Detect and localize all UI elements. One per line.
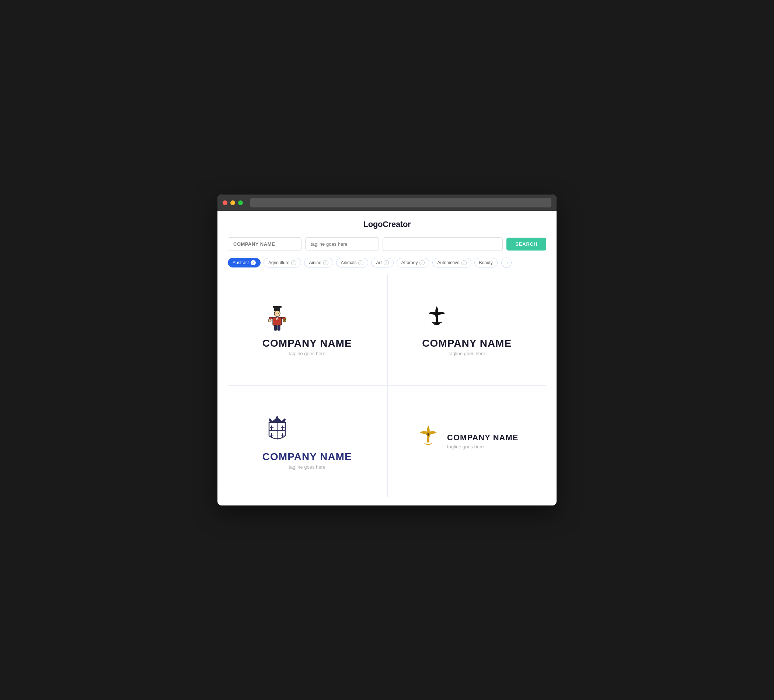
svg-rect-14 [274,325,277,330]
svg-rect-15 [278,325,280,330]
category-pill-automotive[interactable]: Automotive ✓ [432,258,471,267]
fleur-gold-icon [415,424,441,454]
svg-rect-8 [269,317,273,319]
svg-point-2 [274,310,280,317]
fleur-dark-icon [422,303,511,333]
minimize-button[interactable] [230,200,235,205]
svg-point-20 [283,419,286,421]
svg-point-4 [278,312,279,313]
next-categories-button[interactable]: → [501,258,511,268]
tagline-input[interactable] [305,237,379,251]
app-header: LogoCreator [228,220,546,229]
logo-card-inner-2: COMPANY NAME tagline goes here [422,303,511,357]
company-name-input[interactable] [228,237,301,251]
category-pill-beauty[interactable]: Beauty [475,258,498,267]
category-label: Art [376,260,382,265]
svg-rect-33 [427,438,429,442]
check-icon-automotive: ✓ [461,260,466,265]
logo-card-2[interactable]: COMPANY NAME tagline goes here [388,274,547,385]
app-title: LogoCreator [364,220,411,229]
logo-3-company-name: COMPANY NAME [263,451,352,463]
logo-1-tagline: tagline goes here [263,351,352,356]
svg-point-19 [276,416,278,419]
svg-rect-0 [273,306,281,308]
attorney-figure-icon [263,303,352,333]
url-bar[interactable] [250,198,551,207]
category-label: Attorney [401,260,418,265]
logo-card-inner-1: COMPANY NAME tagline goes here [263,303,352,357]
category-label: Automotive [437,260,459,265]
logo-grid: COMPANY NAME tagline goes here [228,274,546,497]
logo-card-4[interactable]: COMPANY NAME tagline goes here [388,386,547,497]
category-pill-agriculture[interactable]: Agriculture ✓ [263,258,301,267]
browser-window: LogoCreator SEARCH Abstract ✓ Agricultur… [217,195,557,505]
logo-4-company-name: COMPANY NAME [447,433,518,442]
category-pill-attorney[interactable]: Attorney ✓ [397,258,430,267]
logo-card-inner-4: COMPANY NAME tagline goes here [415,424,518,459]
category-label: Beauty [479,260,493,265]
check-icon-attorney: ✓ [419,260,425,265]
check-icon-abstract: ✓ [251,260,256,265]
category-label: Airline [309,260,321,265]
category-pill-abstract[interactable]: Abstract ✓ [228,258,261,267]
category-bar: Abstract ✓ Agriculture ✓ Airline ✓ Anima… [228,258,546,268]
search-bar: SEARCH [228,237,546,251]
logo-4-text-group: COMPANY NAME tagline goes here [447,433,518,449]
app-content: LogoCreator SEARCH Abstract ✓ Agricultur… [217,211,557,505]
logo-card-1[interactable]: COMPANY NAME tagline goes here [228,274,387,385]
maximize-button[interactable] [238,200,243,205]
logo-2-company-name: COMPANY NAME [422,338,511,349]
category-label: Agriculture [268,260,289,265]
extra-search-input[interactable] [382,237,503,251]
category-pill-art[interactable]: Art ✓ [371,258,393,267]
category-pill-airline[interactable]: Airline ✓ [304,258,333,267]
logo-2-tagline: tagline goes here [422,351,511,356]
svg-rect-17 [436,317,438,322]
logo-card-inner-3: COMPANY NAME tagline goes here [263,413,352,470]
svg-point-10 [268,319,271,322]
svg-rect-5 [273,317,281,325]
svg-point-16 [435,314,438,317]
check-icon-airline: ✓ [323,260,328,265]
check-icon-art: ✓ [384,260,389,265]
close-button[interactable] [223,200,227,205]
check-icon-agriculture: ✓ [291,260,296,265]
browser-titlebar [217,195,557,211]
svg-point-32 [428,433,429,436]
category-label: Animals [341,260,357,265]
shield-crown-icon [263,413,352,446]
svg-point-18 [269,419,271,421]
category-pill-animals[interactable]: Animals ✓ [336,258,369,267]
logo-3-tagline: tagline goes here [263,464,352,470]
search-button[interactable]: SEARCH [506,238,546,251]
logo-card-3[interactable]: COMPANY NAME tagline goes here [228,386,387,497]
check-icon-animals: ✓ [358,260,364,265]
logo-4-tagline: tagline goes here [447,444,518,449]
category-label: Abstract [233,260,249,265]
svg-point-3 [276,312,276,313]
logo-1-company-name: COMPANY NAME [263,338,352,349]
